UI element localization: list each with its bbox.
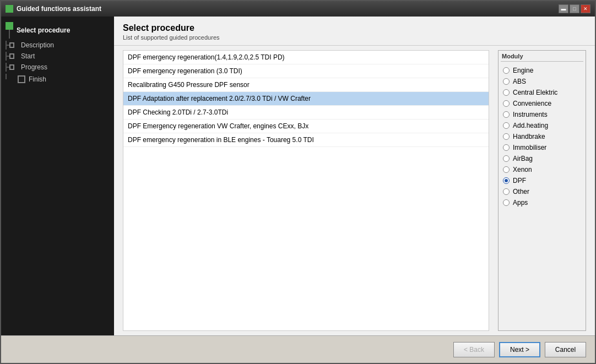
module-label: Instruments	[513, 111, 548, 118]
module-item-handbrake[interactable]: Handbrake	[501, 131, 583, 142]
procedure-item[interactable]: DPF Emergency regeneration VW Crafter, e…	[123, 119, 489, 133]
module-label: Apps	[513, 199, 528, 207]
next-button[interactable]: Next >	[499, 342, 540, 357]
back-button[interactable]: < Back	[453, 342, 495, 357]
sidebar: Select procedure Description	[1, 17, 114, 335]
module-label: Immobiliser	[513, 144, 546, 151]
module-item-engine[interactable]: Engine	[501, 65, 583, 76]
main-header: Select procedure List of supported guide…	[114, 17, 595, 46]
sidebar-item-select-procedure[interactable]: Select procedure	[17, 26, 70, 34]
cancel-button[interactable]: Cancel	[545, 342, 586, 357]
module-item-add-heating[interactable]: Add.heating	[501, 120, 583, 131]
module-item-abs[interactable]: ABS	[501, 76, 583, 87]
procedure-item[interactable]: DPF emergency regeneration(1.4,1.9,2.0,2…	[123, 51, 489, 64]
sidebar-item-progress[interactable]: Progress	[21, 63, 47, 71]
module-label: ABS	[513, 78, 526, 85]
sidebar-item-description[interactable]: Description	[21, 41, 54, 49]
module-item-other[interactable]: Other	[501, 186, 583, 197]
module-item-immobiliser[interactable]: Immobiliser	[501, 142, 583, 153]
minimize-button[interactable]: ▬	[559, 4, 568, 13]
radio-circle	[503, 166, 510, 173]
module-item-convenience[interactable]: Convenience	[501, 98, 583, 109]
window-title: Guided functions assistant	[17, 5, 559, 13]
sidebar-item-finish[interactable]: Finish	[29, 75, 46, 83]
close-button[interactable]: ✕	[581, 4, 590, 13]
radio-circle	[503, 89, 510, 96]
radio-circle	[503, 199, 510, 206]
procedure-item[interactable]: Recalibrating G450 Pressure DPF sensor	[123, 78, 489, 92]
module-item-central-elektric[interactable]: Central Elektric	[501, 87, 583, 98]
modules-title: Moduly	[501, 53, 583, 62]
radio-circle	[503, 144, 510, 151]
radio-circle	[503, 122, 510, 129]
module-item-dpf[interactable]: DPF	[501, 175, 583, 186]
procedure-item[interactable]: DPF emergency regeneration (3.0 TDI)	[123, 64, 489, 78]
module-label: Handbrake	[513, 133, 545, 140]
radio-circle	[503, 100, 510, 107]
radio-circle	[503, 155, 510, 162]
procedure-item[interactable]: DPF emergency regeneration in BLE engine…	[123, 133, 489, 147]
module-item-apps[interactable]: Apps	[501, 197, 583, 208]
module-label: Other	[513, 188, 529, 195]
module-item-xenon[interactable]: Xenon	[501, 164, 583, 175]
procedure-list: DPF emergency regeneration(1.4,1.9,2.0,2…	[123, 50, 489, 331]
radio-circle	[503, 133, 510, 140]
maximize-button[interactable]: □	[570, 4, 579, 13]
footer: < Back Next > Cancel	[1, 335, 595, 363]
module-item-airbag[interactable]: AirBag	[501, 153, 583, 164]
radio-circle	[503, 111, 510, 118]
module-label: Add.heating	[513, 122, 548, 129]
radio-circle	[503, 67, 510, 74]
sidebar-item-start[interactable]: Start	[21, 52, 35, 60]
window-body: Select procedure Description	[1, 17, 595, 335]
modules-panel: Moduly EngineABSCentral ElektricConvenie…	[498, 50, 586, 331]
module-label: Central Elektric	[513, 89, 557, 96]
page-subtitle: List of supported guided procedures	[123, 34, 586, 41]
title-bar: Guided functions assistant ▬ □ ✕	[1, 1, 595, 17]
module-label: Xenon	[513, 166, 532, 173]
radio-circle	[503, 177, 510, 184]
module-label: AirBag	[513, 155, 533, 162]
page-title: Select procedure	[123, 23, 586, 33]
title-bar-buttons: ▬ □ ✕	[559, 4, 590, 13]
procedure-item[interactable]: DPF Checking 2.0TDi / 2.7-3.0TDi	[123, 106, 489, 119]
window-icon	[6, 5, 13, 13]
module-label: Engine	[513, 67, 533, 74]
module-label: DPF	[513, 177, 526, 184]
module-label: Convenience	[513, 100, 551, 107]
main-content: Select procedure List of supported guide…	[114, 17, 595, 335]
module-item-instruments[interactable]: Instruments	[501, 109, 583, 120]
content-area: DPF emergency regeneration(1.4,1.9,2.0,2…	[114, 46, 595, 335]
main-window: Guided functions assistant ▬ □ ✕ Select …	[0, 0, 596, 364]
radio-circle	[503, 78, 510, 85]
radio-circle	[503, 188, 510, 195]
procedure-item[interactable]: DPF Adaptation after replacement 2.0/2.7…	[123, 92, 489, 106]
